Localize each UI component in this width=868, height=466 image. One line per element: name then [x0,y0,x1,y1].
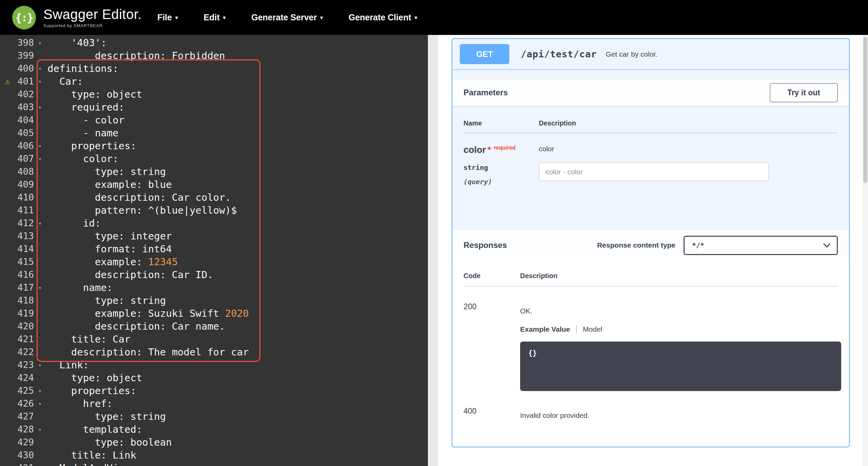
code-line[interactable]: 413 type: integer [0,230,428,242]
code-line[interactable]: 416 description: Car ID. [0,268,428,281]
code-line[interactable]: 415 example: 12345 [0,255,428,268]
fold-caret-icon[interactable]: ▾ [34,139,46,152]
fold-caret-icon[interactable]: ▾ [34,217,46,230]
code-text: - name [47,127,119,139]
code-line[interactable]: 412▾ id: [0,217,428,230]
line-number: 424 [15,371,34,384]
preview-scrollbar[interactable] [863,35,868,466]
fold-caret-icon[interactable]: ▾ [34,423,46,436]
chevron-down-icon [823,240,830,247]
code-line[interactable]: 419 example: Suzuki Swift 2020 [0,307,428,320]
code-line[interactable]: 402 type: object [0,88,428,101]
code-line[interactable]: 406▾ properties: [0,139,428,152]
code-line[interactable]: 424 type: object [0,371,428,384]
parameters-table-head: Name Description [463,119,838,133]
response-code: 400 [463,407,520,420]
col-name-header: Name [463,119,539,127]
menu-edit[interactable]: Edit▾ [204,13,226,22]
warning-icon: ⚠ [0,75,15,88]
tab-model[interactable]: Model [583,325,602,333]
response-description-cell: OK.Example ValueModel{} [520,302,841,391]
line-number: 411 [15,204,34,217]
fold-caret-icon[interactable]: ▾ [34,358,46,371]
fold-slot [34,436,46,449]
warning-slot [0,294,15,307]
responses-table: Code Description 200OK.Example ValueMode… [452,260,849,447]
fold-slot [34,268,46,281]
line-number: 401 [15,75,34,88]
warning-slot [0,320,15,333]
menu-generate-server[interactable]: Generate Server▾ [251,13,323,22]
caret-down-icon: ▾ [415,15,417,21]
code-line[interactable]: ⚠401▾ Car: [0,75,428,88]
fold-caret-icon[interactable]: ▾ [34,384,46,397]
code-line[interactable]: 400▾definitions: [0,62,428,75]
code-line[interactable]: 407▾ color: [0,152,428,165]
brand: Swagger Editor. Supported by SMARTBEAR [43,7,142,28]
fold-caret-icon[interactable]: ▾ [34,36,46,49]
code-line[interactable]: 429 type: boolean [0,436,428,449]
code-line[interactable]: 417▾ name: [0,281,428,294]
line-number: 418 [15,294,34,307]
code-lines: 398▾ '403':399 description: Forbidden400… [0,35,428,466]
menu-file[interactable]: File▾ [157,13,178,22]
code-line[interactable]: 411 pattern: ^(blue|yellow)$ [0,204,428,217]
fold-caret-icon[interactable]: ▾ [34,281,46,294]
code-line[interactable]: 422 description: The model for car [0,346,428,358]
fold-caret-icon[interactable]: ▾ [34,62,46,75]
get-method-badge[interactable]: GET [460,44,509,64]
code-line[interactable]: 425▾ properties: [0,384,428,397]
code-text: properties: [47,384,136,397]
code-line[interactable]: 426▾ href: [0,397,428,410]
code-line[interactable]: 409 example: blue [0,178,428,191]
code-line[interactable]: 398▾ '403': [0,36,428,49]
col-code-header: Code [463,272,520,280]
example-json: {} [528,349,537,357]
fold-slot [34,165,46,178]
color-parameter-input[interactable] [539,162,769,181]
line-number: 408 [15,165,34,178]
preview-scrollbar-thumb[interactable] [863,37,867,183]
code-line[interactable]: 418 type: string [0,294,428,307]
code-line[interactable]: 399 description: Forbidden [0,49,428,62]
warning-slot [0,88,15,101]
tab-example-value[interactable]: Example Value [520,325,577,333]
code-line[interactable]: 410 description: Car color. [0,191,428,204]
warning-slot [0,307,15,320]
response-content-type-select[interactable]: */* [684,236,838,255]
parameter-description: color [539,145,838,153]
fold-caret-icon[interactable]: ▾ [34,101,46,114]
code-line[interactable]: 408 type: string [0,165,428,178]
response-description: OK. [520,302,841,315]
code-line[interactable]: 430 title: Link [0,449,428,462]
code-line[interactable]: 421 title: Car [0,333,428,346]
line-number: 426 [15,397,34,410]
code-line[interactable]: 428▾ templated: [0,423,428,436]
code-line[interactable]: 423▾ Link: [0,358,428,371]
code-text: type: boolean [47,436,172,449]
warning-slot [0,410,15,423]
code-line[interactable]: 403▾ required: [0,101,428,114]
yaml-editor[interactable]: 398▾ '403':399 description: Forbidden400… [0,35,428,466]
code-line[interactable]: 414 format: int64 [0,242,428,255]
line-number: 403 [15,101,34,114]
menu-label: File [157,13,172,22]
warning-slot [0,178,15,191]
menu-generate-client[interactable]: Generate Client▾ [349,13,417,22]
code-text: color: [47,152,119,165]
operation-summary[interactable]: GET /api/test/car Get car by color. [452,39,849,70]
code-line[interactable]: 404 - color [0,114,428,127]
code-line[interactable]: 405 - name [0,127,428,139]
pane-splitter[interactable] [428,35,438,466]
warning-slot [0,114,15,127]
fold-caret-icon[interactable]: ▾ [34,397,46,410]
fold-caret-icon[interactable]: ▾ [34,152,46,165]
fold-caret-icon[interactable]: ▾ [34,462,46,466]
code-line[interactable]: 427 type: string [0,410,428,423]
code-line[interactable]: 431▾ ModelAndView: [0,462,428,466]
fold-caret-icon[interactable]: ▾ [34,75,46,88]
try-it-out-button[interactable]: Try it out [770,83,838,102]
code-text: title: Link [47,449,136,462]
code-line[interactable]: 420 description: Car name. [0,320,428,333]
parameter-name: color*required [463,145,539,155]
